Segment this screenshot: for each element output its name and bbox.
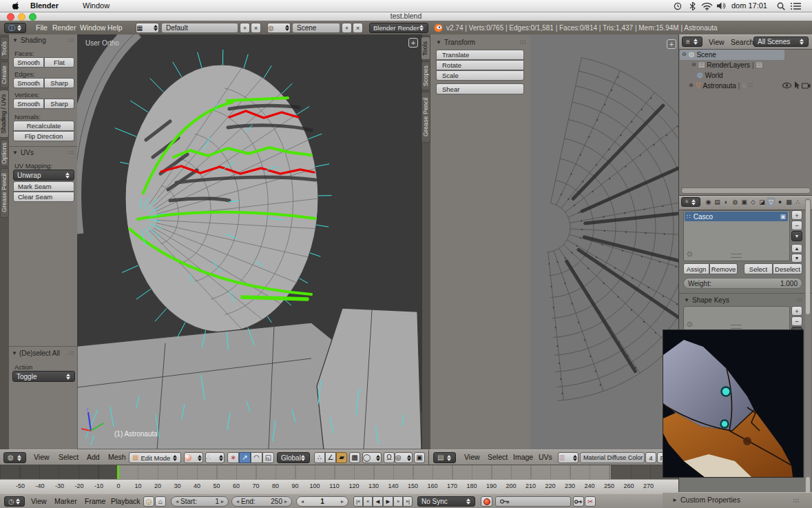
panel-drag-dots-icon[interactable] [519,40,526,45]
outliner-row-astronauta[interactable]: ⊕ ▽ Astronauta | ◌ ∷ [689,81,753,90]
panel-drag-dots-icon[interactable] [67,150,74,155]
deselect-all-panel-title[interactable]: (De)select All [19,349,60,357]
panel-expander-icon[interactable]: ▼ [12,351,17,356]
body-mesh[interactable] [77,308,421,449]
add-scene-button[interactable]: + [342,23,352,33]
tab-scene[interactable]: ◐ [722,197,731,207]
start-frame-field[interactable]: ◂Start:1▸ [171,496,229,507]
shape-keys-panel-title[interactable]: Shape Keys [692,296,729,304]
apple-menu-icon[interactable] [11,1,19,10]
move-group-up-button[interactable]: ▲ [791,244,802,253]
panel-expander-icon[interactable]: ▼ [436,40,441,45]
deselect-button[interactable]: Deselect [773,263,802,274]
select-button[interactable]: Select [744,263,773,274]
next-keyframe-button[interactable]: » [393,496,403,507]
uv-canvas[interactable]: + [530,34,678,449]
tab-constraints[interactable]: ◇ [749,197,758,207]
macos-window-menu[interactable]: Window [76,0,116,12]
time-machine-icon[interactable] [674,2,682,10]
vertex-group-specials-button[interactable]: ▼ [791,231,802,241]
insert-keyframe-button[interactable] [573,496,584,507]
image-browse-button[interactable]: ▥ [558,452,579,463]
weight-slider[interactable]: Weight:1.000 [683,278,802,289]
play-reverse-button[interactable]: ◀ [373,496,383,507]
properties-editor-type-button[interactable]: ≡ [681,197,700,207]
timeline-editor-type-button[interactable]: ◷ [4,496,25,507]
properties-region-expand-button[interactable]: + [408,38,418,48]
play-button[interactable]: ▶ [383,496,393,507]
translate-button[interactable]: Translate [436,50,524,60]
flip-direction-button[interactable]: Flip Direction [13,131,74,141]
toolshelf-tab-create[interactable]: Create [0,61,9,88]
shade-smooth-edges-button[interactable]: Smooth [13,78,44,88]
outliner-editor-type-button[interactable]: ≡ [682,37,702,47]
delete-scene-button[interactable]: × [353,23,363,33]
properties-scrollbar[interactable] [805,199,811,507]
collapse-expander-icon[interactable]: ⊕ [689,83,694,88]
screen-layout-field[interactable]: Default [161,23,238,33]
panel-drag-dots-icon[interactable] [67,38,74,43]
mark-seam-button[interactable]: Mark Seam [13,181,74,192]
tab-render[interactable]: ◉ [704,197,713,207]
viewport-shading-select[interactable] [184,452,203,463]
timeline-frames-band[interactable] [0,465,678,480]
rotate-manipulator-button[interactable]: ◠ [251,452,262,463]
filter-toggle-icon[interactable]: ⊙ [687,251,692,258]
vertex-group-item[interactable]: ∷ Casco ▣ [685,212,788,221]
timeline-playback-menu[interactable]: Playback [105,494,147,508]
shade-smooth-vertices-button[interactable]: Smooth [13,99,44,109]
opengl-render-button[interactable]: ▣ [414,452,425,463]
transform-orientation-select[interactable]: Global [277,452,310,463]
view3d-mesh-menu[interactable]: Mesh [102,450,132,465]
assign-button[interactable]: Assign [683,263,709,274]
panel-expander-icon[interactable]: ▼ [12,150,18,156]
scene-icon-button[interactable]: ◍ [267,23,291,33]
action-select[interactable]: Toggle [12,371,75,382]
current-frame-field[interactable]: ◂1▸ [296,496,348,507]
tab-object-data[interactable]: ▽ [767,197,775,207]
panel-expander-icon[interactable]: ▼ [684,298,689,303]
screen-layout-icon-button[interactable]: ▦ [136,23,159,33]
outliner-row-world[interactable]: ◍ World [697,70,723,80]
lock-icon[interactable]: ▣ [780,214,786,220]
increment-arrow-icon[interactable]: ▸ [284,498,287,505]
shear-button[interactable]: Shear [436,83,524,94]
uv-editor-type-button[interactable]: ▤ [433,452,456,463]
filter-toggle-icon[interactable]: ⊙ [687,321,692,328]
unwrap-menu-button[interactable]: Unwrap [13,170,74,181]
toolshelf-tab-options[interactable]: Options [0,139,9,167]
uv-tab-scopes[interactable]: Scopes [421,61,430,90]
image-name-field[interactable]: Material Diffuse Color [580,452,645,463]
panel-expander-icon[interactable]: ► [672,498,678,503]
outliner-row-scene[interactable]: ⊖ ◍ Scene [682,50,716,59]
jump-to-end-button[interactable]: »| [403,496,413,507]
shading-panel-title[interactable]: Shading [21,37,46,44]
uv-region-expand-button[interactable]: + [667,39,676,49]
sync-mode-select[interactable]: No Sync [417,496,475,507]
manipulator-toggle-button[interactable]: ∗ [227,452,239,463]
tab-texture[interactable]: ▩ [784,197,793,207]
uv-uvs-menu[interactable]: UVs [532,450,559,465]
rotate-button[interactable]: Rotate [436,60,524,70]
snap-element-select[interactable]: ◎ [395,452,413,463]
add-vertex-group-button[interactable]: + [791,210,802,220]
add-layout-button[interactable]: + [240,23,250,33]
tab-particles[interactable]: ∴ [793,197,802,207]
translate-manipulator-button[interactable]: ↗ [239,452,251,463]
jump-to-start-button[interactable]: |« [353,496,363,507]
tab-modifiers[interactable]: ◪ [758,197,767,207]
macos-app-menu[interactable]: Blender [23,0,65,12]
auto-keyframe-button[interactable] [481,496,492,507]
remove-shape-key-button[interactable]: − [791,316,802,326]
vertex-select-mode-button[interactable]: ∴ [314,452,325,463]
list-resize-grip[interactable] [731,325,742,329]
previous-keyframe-button[interactable]: « [363,496,373,507]
renderability-camera-icon[interactable] [802,82,811,89]
decrement-arrow-icon[interactable]: ◂ [176,498,178,505]
menubar-clock[interactable]: dom 17:01 [731,0,767,12]
help-menu[interactable]: Help [101,21,129,34]
end-frame-field[interactable]: ◂End:250▸ [231,496,292,507]
proportional-edit-select[interactable]: ◯ [362,452,382,463]
decrement-arrow-icon[interactable]: ◂ [236,498,239,505]
limit-to-visible-button[interactable]: ▩ [349,452,360,463]
